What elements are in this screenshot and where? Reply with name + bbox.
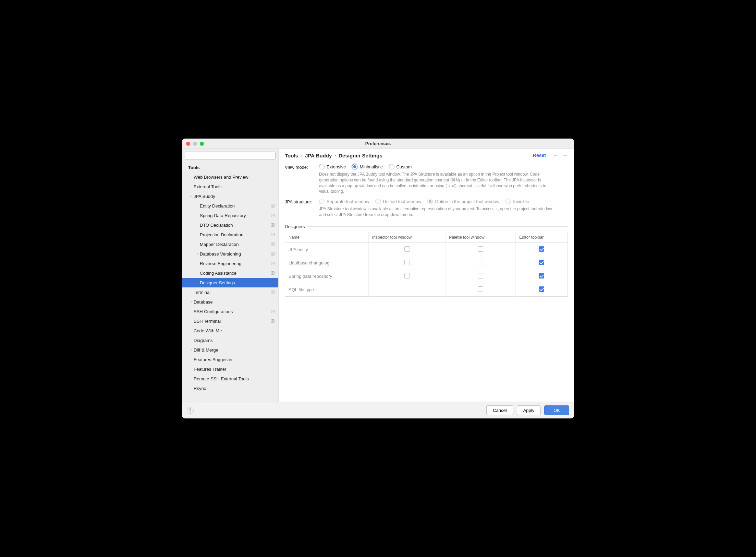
help-icon[interactable]: ? xyxy=(187,407,194,414)
sidebar-item-label: Code With Me xyxy=(194,328,275,333)
cell-editor xyxy=(515,283,568,297)
radio-icon xyxy=(352,164,357,169)
gear-icon xyxy=(271,233,275,237)
sidebar-item[interactable]: ›Diff & Merge xyxy=(182,345,278,355)
titlebar: Preferences xyxy=(182,139,574,149)
search-input[interactable] xyxy=(185,152,276,160)
main-panel: Tools › JPA Buddy › Designer Settings Re… xyxy=(279,149,574,402)
sidebar-item[interactable]: ›Database Versioning xyxy=(182,249,278,259)
svg-point-23 xyxy=(272,320,273,322)
svg-rect-2 xyxy=(271,204,275,208)
sidebar-item[interactable]: ⌄JPA Buddy xyxy=(182,191,278,201)
checkbox[interactable] xyxy=(539,286,544,292)
checkbox[interactable] xyxy=(478,260,483,265)
radio-icon xyxy=(375,199,381,204)
back-icon[interactable]: ← xyxy=(553,152,558,158)
sidebar-item[interactable]: Web Browsers and Preview xyxy=(182,172,278,182)
checkbox[interactable] xyxy=(404,273,410,278)
gear-icon xyxy=(271,261,275,265)
sidebar-item[interactable]: External Tools xyxy=(182,182,278,191)
sidebar-item[interactable]: Coding Assistance xyxy=(182,268,278,278)
radio-label: Separate tool window xyxy=(327,199,369,204)
svg-rect-8 xyxy=(271,233,275,236)
checkbox[interactable] xyxy=(404,260,410,265)
sidebar-item[interactable]: Projection Declaration xyxy=(182,230,278,239)
svg-point-9 xyxy=(272,234,273,235)
checkbox[interactable] xyxy=(404,246,410,252)
sidebar-item[interactable]: Spring Data Repository xyxy=(182,211,278,220)
sidebar-item-label: Features Trainer xyxy=(194,367,275,372)
sidebar-item[interactable]: Mapper Declaration xyxy=(182,239,278,249)
sidebar-item[interactable]: SSH Configurations xyxy=(182,307,278,316)
sidebar-item-label: External Tools xyxy=(194,184,275,189)
chevron-right-icon: › xyxy=(334,153,336,158)
tree-arrow-icon: › xyxy=(189,348,194,352)
sidebar-item[interactable]: Features Trainer xyxy=(182,364,278,374)
gear-icon xyxy=(271,242,275,246)
maximize-icon[interactable] xyxy=(200,142,204,146)
forward-icon[interactable]: → xyxy=(562,152,568,158)
sidebar-item[interactable]: ›Database xyxy=(182,297,278,307)
checkbox[interactable] xyxy=(539,260,544,265)
sidebar-item[interactable]: SSH Terminal xyxy=(182,316,278,326)
gear-icon xyxy=(271,271,275,275)
jpa-structure-description: JPA Structure tool window is available a… xyxy=(319,206,552,218)
cell-name: Liquibase changelog xyxy=(285,256,369,270)
svg-rect-10 xyxy=(271,243,275,246)
radio-option: Separate tool window xyxy=(319,199,369,204)
breadcrumb-item: Designer Settings xyxy=(339,153,382,158)
sidebar-item-label: Reverse Engineering xyxy=(200,261,269,266)
svg-rect-4 xyxy=(271,214,275,217)
cell-palette xyxy=(446,283,516,297)
sidebar-item-label: Rsync xyxy=(194,386,275,391)
radio-icon xyxy=(427,199,433,204)
checkbox[interactable] xyxy=(539,273,544,278)
breadcrumb: Tools › JPA Buddy › Designer Settings xyxy=(285,153,530,158)
table-header-name: Name xyxy=(285,232,369,242)
gear-icon xyxy=(271,319,275,323)
table-row: Liquibase changelog xyxy=(285,256,568,270)
sidebar-item[interactable]: Diagrams xyxy=(182,335,278,345)
svg-point-13 xyxy=(272,253,273,254)
sidebar-item[interactable]: Terminal xyxy=(182,287,278,297)
sidebar-item[interactable]: DTO Declaration xyxy=(182,220,278,230)
tree-arrow-icon: › xyxy=(189,300,194,304)
sidebar-item[interactable]: Rsync xyxy=(182,383,278,393)
sidebar-item-label: Features Suggester xyxy=(194,357,275,362)
close-icon[interactable] xyxy=(186,142,190,146)
sidebar-item[interactable]: Reverse Engineering xyxy=(182,259,278,268)
sidebar-item-label: JPA Buddy xyxy=(194,194,275,199)
table-header-editor: Editor toolbar xyxy=(515,232,568,242)
sidebar-item[interactable]: Remote SSH External Tools xyxy=(182,374,278,383)
sidebar-item[interactable]: Entity Declaration xyxy=(182,201,278,211)
cell-editor xyxy=(515,242,568,256)
radio-option[interactable]: Extensive xyxy=(319,164,346,169)
gear-icon xyxy=(271,309,275,313)
checkbox[interactable] xyxy=(478,273,483,278)
view-mode-description: Does not display the JPA Buddy tool wind… xyxy=(319,171,552,194)
apply-button[interactable]: Apply xyxy=(517,405,541,415)
radio-option[interactable]: Custom xyxy=(389,164,412,169)
sidebar-item[interactable]: Code With Me xyxy=(182,326,278,335)
sidebar-item-label: Spring Data Repository xyxy=(200,213,269,218)
sidebar-item[interactable]: Features Suggester xyxy=(182,355,278,364)
checkbox[interactable] xyxy=(478,246,483,252)
reset-link[interactable]: Reset xyxy=(533,153,546,158)
checkbox[interactable] xyxy=(478,286,483,292)
sidebar-item-label: Coding Assistance xyxy=(200,271,269,276)
svg-point-17 xyxy=(272,272,273,274)
minimize-icon[interactable] xyxy=(193,142,197,146)
radio-option[interactable]: Minimalistic xyxy=(352,164,382,169)
breadcrumb-item[interactable]: Tools xyxy=(285,153,298,158)
sidebar-root[interactable]: Tools xyxy=(182,163,278,172)
breadcrumb-item[interactable]: JPA Buddy xyxy=(305,153,332,158)
sidebar-item[interactable]: Designer Settings xyxy=(182,278,278,287)
chevron-right-icon: › xyxy=(301,153,302,158)
radio-option: Option in the project tool window xyxy=(427,199,499,204)
table-header-inspector: Inspector tool window xyxy=(368,232,445,242)
cancel-button[interactable]: Cancel xyxy=(486,405,513,415)
svg-point-11 xyxy=(272,244,273,245)
checkbox[interactable] xyxy=(539,246,544,252)
ok-button[interactable]: OK xyxy=(544,405,569,415)
svg-rect-22 xyxy=(271,320,275,323)
